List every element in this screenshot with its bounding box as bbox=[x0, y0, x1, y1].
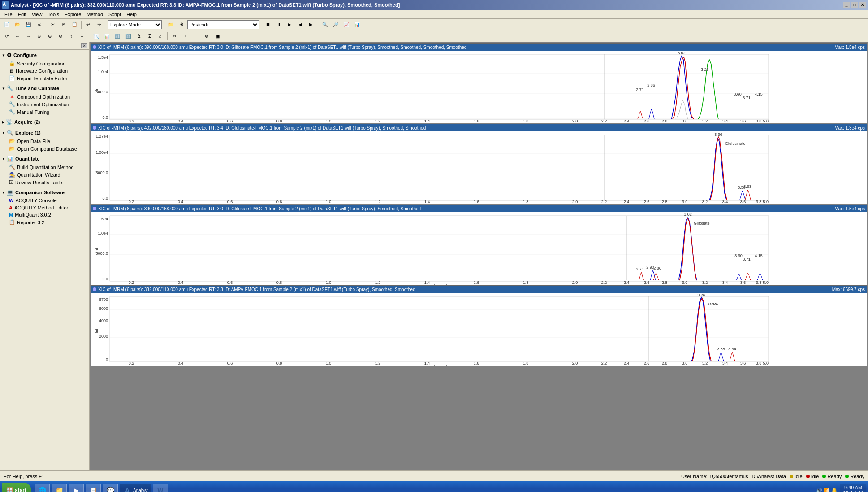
svg-text:2.90: 2.90 bbox=[646, 265, 654, 270]
sidebar-item-quant-wizard[interactable]: 🧙 Quantitation Wizard bbox=[0, 171, 89, 179]
tb2-14[interactable]: Σ bbox=[145, 31, 155, 41]
tb2-18[interactable]: − bbox=[191, 31, 201, 41]
taskbar-items: 🌐 📁 ▶ 📋 💬 A Analyst W bbox=[35, 484, 168, 492]
tb-paste[interactable]: 📋 bbox=[69, 20, 79, 30]
menu-explore[interactable]: Explore bbox=[62, 11, 84, 18]
tb2-16[interactable]: ✂ bbox=[169, 31, 179, 41]
menu-help[interactable]: Help bbox=[124, 11, 139, 18]
sidebar-item-multiquant[interactable]: M MultiQuant 3.0.2 bbox=[0, 211, 89, 218]
tb-stop[interactable]: ⏹ bbox=[263, 20, 273, 30]
menu-method[interactable]: Method bbox=[84, 11, 106, 18]
tb2-8[interactable]: ↔ bbox=[77, 31, 87, 41]
toolbar-1: 📄 📂 💾 🖨 ✂ ⎘ 📋 ↩ ↪ Explore Mode 📁 ⚙ Pesti… bbox=[0, 19, 868, 30]
sidebar-group-configure[interactable]: ▼ ⚙ Configure bbox=[0, 51, 89, 60]
tb-zoom[interactable]: 🔍 bbox=[320, 20, 330, 30]
tb2-15[interactable]: ⌂ bbox=[155, 31, 165, 41]
tb-fwd[interactable]: ▶ bbox=[306, 20, 316, 30]
tb2-13[interactable]: Δ bbox=[134, 31, 144, 41]
chart-svg-2: 1.27e4 1.00e4 5000.0 0.0 Int. 0.2 0.4 0.… bbox=[91, 131, 777, 204]
tb-print[interactable]: 🖨 bbox=[34, 20, 44, 30]
menu-script[interactable]: Script bbox=[106, 11, 124, 18]
tb2-10[interactable]: 📊 bbox=[102, 31, 112, 41]
taskbar-item-chat[interactable]: 💬 bbox=[103, 484, 118, 492]
sidebar-item-report[interactable]: 📄 Report Template Editor bbox=[0, 74, 89, 82]
svg-text:3.6: 3.6 bbox=[740, 119, 746, 123]
taskbar-item-media[interactable]: ▶ bbox=[69, 484, 84, 492]
pesticide-dropdown[interactable]: Pesticidi bbox=[187, 20, 259, 29]
menu-file[interactable]: File bbox=[2, 11, 15, 18]
sidebar-item-compound-opt[interactable]: 🔺 Compound Optimization bbox=[0, 93, 89, 100]
tb2-3[interactable]: → bbox=[23, 31, 33, 41]
tb-back[interactable]: ◀ bbox=[295, 20, 305, 30]
sidebar-item-hardware[interactable]: 🖥 Hardware Configuration bbox=[0, 67, 89, 74]
menu-edit[interactable]: Edit bbox=[15, 11, 29, 18]
tb2-11[interactable]: 🔢 bbox=[112, 31, 122, 41]
tb2-1[interactable]: ⟳ bbox=[2, 31, 12, 41]
tb2-5[interactable]: ⊖ bbox=[45, 31, 55, 41]
tb-copy[interactable]: ⎘ bbox=[59, 20, 69, 30]
tb-redo[interactable]: ↪ bbox=[94, 20, 104, 30]
tb2-12[interactable]: 🔡 bbox=[123, 31, 133, 41]
svg-text:0.0: 0.0 bbox=[102, 115, 108, 120]
svg-text:1.0: 1.0 bbox=[326, 280, 332, 285]
tb-save[interactable]: 💾 bbox=[23, 20, 33, 30]
chart-body-1[interactable]: 1.5e4 1.0e4 5000.0 0.0 Int. 0.2 0.4 0.6 … bbox=[91, 51, 867, 123]
tb2-19[interactable]: ⊕ bbox=[202, 31, 212, 41]
taskbar-item-word[interactable]: W bbox=[153, 484, 168, 492]
sidebar-close-btn[interactable]: ✕ bbox=[81, 43, 87, 48]
sidebar-group-quantitate[interactable]: ▼ 📊 Quantitate bbox=[0, 154, 89, 163]
minimize-btn[interactable]: _ bbox=[843, 2, 850, 8]
tb2-6[interactable]: ⊙ bbox=[56, 31, 65, 41]
sidebar-item-acquity[interactable]: W ACQUITY Console bbox=[0, 197, 89, 204]
taskbar-item-analyst[interactable]: A Analyst bbox=[120, 484, 151, 492]
svg-text:0.2: 0.2 bbox=[129, 200, 134, 204]
svg-text:1.6: 1.6 bbox=[474, 280, 479, 285]
tb-play[interactable]: ▶ bbox=[285, 20, 294, 30]
chart-body-4[interactable]: 6700 6000 4000 2000 0 Int. 0.2 0.4 0.6 0… bbox=[91, 293, 867, 366]
sidebar-item-acquity-method[interactable]: A ACQUITY Method Editor bbox=[0, 204, 89, 211]
sidebar-item-open-data[interactable]: 📂 Open Data File bbox=[0, 137, 89, 145]
chart-title-1: XIC of -MRM (6 pairs): 390.000/168.000 a… bbox=[98, 45, 466, 50]
maximize-btn[interactable]: □ bbox=[851, 2, 858, 8]
tb-graph2[interactable]: 📊 bbox=[352, 20, 362, 30]
taskbar-item-docs[interactable]: 📋 bbox=[86, 484, 101, 492]
menu-view[interactable]: View bbox=[29, 11, 45, 18]
tb-undo[interactable]: ↩ bbox=[83, 20, 93, 30]
tb-pause[interactable]: ⏸ bbox=[274, 20, 284, 30]
sidebar-group-companion[interactable]: ▼ 💻 Companion Software bbox=[0, 188, 89, 197]
tb2-2[interactable]: ← bbox=[13, 31, 22, 41]
tb2-4[interactable]: ⊕ bbox=[34, 31, 44, 41]
sidebar-group-explore[interactable]: ▼ 🔍 Explore (1) bbox=[0, 128, 89, 137]
sidebar-item-open-compound[interactable]: 📂 Open Compound Database bbox=[0, 145, 89, 152]
tb2-7[interactable]: ↕ bbox=[66, 31, 76, 41]
chart-body-3[interactable]: 1.5e4 1.0e4 5000.0 0.0 Int. 0.2 0.4 0.6 … bbox=[91, 212, 867, 285]
tb2-9[interactable]: 📉 bbox=[91, 31, 101, 41]
taskbar-item-ie[interactable]: 🌐 bbox=[35, 484, 50, 492]
tb-folder[interactable]: 📁 bbox=[166, 20, 176, 30]
sidebar-item-build-quant[interactable]: 🔨 Build Quantitation Method bbox=[0, 163, 89, 171]
ready-indicator-1: Ready bbox=[822, 474, 842, 479]
tb-new[interactable]: 📄 bbox=[2, 20, 12, 30]
sidebar-item-reporter[interactable]: 📋 Reporter 3.2 bbox=[0, 218, 89, 226]
tb-open[interactable]: 📂 bbox=[13, 20, 22, 30]
close-btn[interactable]: ✕ bbox=[859, 2, 866, 8]
tb-zoom2[interactable]: 🔎 bbox=[331, 20, 341, 30]
sidebar-item-review-results[interactable]: ☑ Review Results Table bbox=[0, 179, 89, 186]
sidebar-group-acquire[interactable]: ▶ 📡 Acquire (2) bbox=[0, 118, 89, 126]
sidebar-item-security[interactable]: 🔒 Security Configuration bbox=[0, 60, 89, 67]
tb-settings[interactable]: ⚙ bbox=[177, 20, 186, 30]
sidebar-group-tune[interactable]: ▼ 🔧 Tune and Calibrate bbox=[0, 84, 89, 93]
menu-tools[interactable]: Tools bbox=[45, 11, 62, 18]
chart-body-2[interactable]: 1.27e4 1.00e4 5000.0 0.0 Int. 0.2 0.4 0.… bbox=[91, 131, 867, 204]
svg-text:3.8: 3.8 bbox=[756, 200, 762, 204]
toolbar-2: ⟳ ← → ⊕ ⊖ ⊙ ↕ ↔ 📉 📊 🔢 🔡 Δ Σ ⌂ ✂ + − ⊕ ▣ bbox=[0, 30, 868, 42]
start-button[interactable]: 🪟 start bbox=[2, 483, 31, 492]
sidebar-item-manual-tuning[interactable]: 🔧 Manual Tuning bbox=[0, 108, 89, 116]
tb2-17[interactable]: + bbox=[180, 31, 190, 41]
tb-cut[interactable]: ✂ bbox=[48, 20, 58, 30]
mode-dropdown[interactable]: Explore Mode bbox=[108, 20, 162, 29]
taskbar-item-explorer[interactable]: 📁 bbox=[52, 484, 67, 492]
tb2-20[interactable]: ▣ bbox=[212, 31, 222, 41]
sidebar-item-instrument-opt[interactable]: 🔧 Instrument Optimization bbox=[0, 100, 89, 108]
tb-graph1[interactable]: 📈 bbox=[341, 20, 351, 30]
